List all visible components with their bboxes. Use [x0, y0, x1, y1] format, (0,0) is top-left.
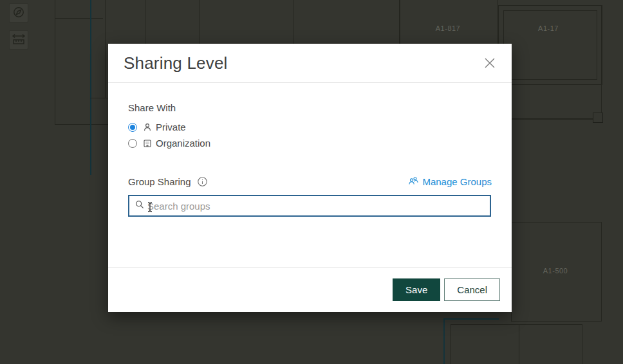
group-search-box[interactable] [128, 195, 491, 217]
group-sharing-info-button[interactable] [197, 176, 208, 187]
save-button[interactable]: Save [393, 278, 440, 301]
radio-label-private: Private [156, 122, 186, 132]
floorplan-marker [593, 113, 603, 123]
organization-icon [142, 138, 153, 149]
close-button[interactable] [479, 53, 500, 73]
group-sharing-label: Group Sharing [128, 176, 191, 187]
room-label: A1-817 [436, 24, 460, 32]
room-label: A1-17 [538, 24, 559, 32]
person-icon [142, 122, 153, 132]
cancel-button[interactable]: Cancel [444, 278, 500, 301]
floorplan-line [55, 18, 103, 19]
floorplan-teal-outline [443, 318, 445, 364]
radio-unselected[interactable] [128, 139, 137, 148]
floorplan-teal-outline [443, 318, 499, 320]
share-with-label: Share With [128, 102, 492, 113]
floorplan-line [601, 5, 602, 113]
group-sharing-row: Group Sharing [128, 174, 492, 188]
manage-groups-label: Manage Groups [422, 176, 492, 187]
manage-groups-link[interactable]: Manage Groups [408, 176, 492, 188]
room-label: A1-500 [543, 267, 568, 275]
floorplan-room [451, 324, 582, 364]
sharing-level-dialog: Sharing Level Share With [108, 44, 512, 312]
measure-icon [12, 33, 26, 48]
floorplan-teal-outline [90, 0, 91, 175]
dialog-footer: Save Cancel [108, 267, 512, 312]
radio-option-organization[interactable]: Organization [128, 135, 492, 151]
search-icon [135, 199, 145, 212]
close-icon [482, 63, 497, 73]
app-canvas: A1-817 A1-17 A1-500 [0, 0, 623, 364]
radio-option-private[interactable]: Private [128, 119, 492, 135]
dialog-header: Sharing Level [108, 44, 512, 83]
floorplan-line [90, 98, 108, 98]
compass-button[interactable] [9, 3, 28, 23]
floorplan-room [503, 10, 597, 80]
group-search-input[interactable] [145, 201, 485, 212]
dialog-body: Share With Private [108, 83, 512, 267]
floorplan-line [105, 0, 106, 98]
floorplan-line [512, 118, 593, 120]
map-toolbar [9, 3, 28, 50]
compass-icon [12, 6, 25, 21]
measure-button[interactable] [9, 30, 28, 50]
radio-selected[interactable] [128, 123, 137, 132]
dialog-title: Sharing Level [124, 53, 479, 73]
floorplan-line [519, 324, 519, 364]
group-icon [408, 176, 419, 188]
info-icon [197, 179, 208, 189]
radio-label-organization: Organization [156, 138, 210, 149]
